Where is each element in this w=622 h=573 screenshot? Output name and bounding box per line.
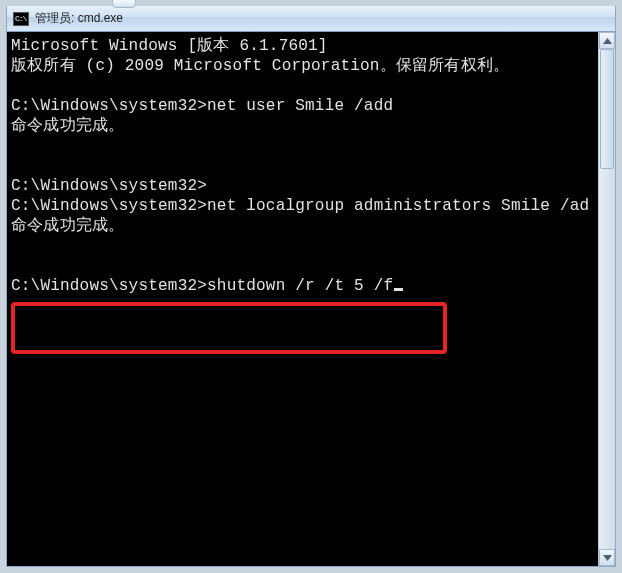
chevron-up-icon (603, 38, 612, 44)
window-title: 管理员: cmd.exe (35, 10, 123, 27)
resize-handle-icon (112, 0, 136, 8)
terminal-line: Microsoft Windows [版本 6.1.7601] (11, 37, 328, 55)
vertical-scrollbar[interactable] (598, 32, 615, 566)
terminal-current-command[interactable]: shutdown /r /t 5 /f (207, 277, 393, 295)
terminal-content[interactable]: Microsoft Windows [版本 6.1.7601] 版权所有 (c)… (11, 36, 611, 296)
terminal-line: C:\Windows\system32>net user Smile /add (11, 97, 393, 115)
terminal-line: 版权所有 (c) 2009 Microsoft Corporation。保留所有… (11, 57, 509, 75)
terminal-area[interactable]: Microsoft Windows [版本 6.1.7601] 版权所有 (c)… (7, 32, 615, 566)
terminal-line: C:\Windows\system32>net localgroup admin… (11, 197, 589, 215)
terminal-line: C:\Windows\system32> (11, 177, 207, 195)
terminal-line: 命令成功完成。 (11, 117, 124, 135)
chevron-down-icon (603, 555, 612, 561)
titlebar[interactable]: 管理员: cmd.exe (7, 6, 615, 32)
scrollbar-thumb[interactable] (600, 49, 614, 169)
scroll-down-button[interactable] (599, 549, 615, 566)
terminal-line: 命令成功完成。 (11, 217, 124, 235)
annotation-highlight-box (11, 302, 447, 354)
cmd-window: 管理员: cmd.exe Microsoft Windows [版本 6.1.7… (6, 6, 616, 567)
cursor-icon (394, 288, 403, 291)
terminal-prompt: C:\Windows\system32> (11, 277, 207, 295)
cmd-icon (13, 12, 29, 26)
screenshot-root: 管理员: cmd.exe Microsoft Windows [版本 6.1.7… (0, 0, 622, 573)
scroll-up-button[interactable] (599, 32, 615, 49)
